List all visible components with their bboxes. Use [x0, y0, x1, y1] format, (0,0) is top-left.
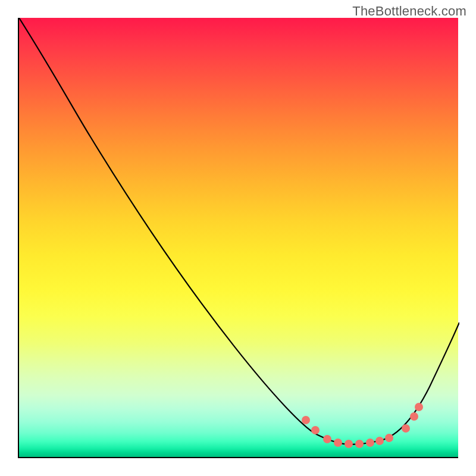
chart-svg	[19, 18, 459, 458]
dot	[345, 440, 353, 448]
curve-path	[19, 18, 459, 444]
dot	[375, 437, 384, 445]
watermark-text: TheBottleneck.com	[352, 4, 466, 19]
dot	[385, 434, 393, 442]
dot	[302, 416, 310, 424]
dot	[410, 412, 418, 421]
dot	[355, 440, 364, 448]
dot	[311, 426, 320, 434]
dot	[402, 424, 410, 433]
dot-group	[302, 403, 423, 448]
dot	[323, 435, 331, 443]
chart-container: TheBottleneck.com	[0, 0, 476, 476]
plot-area	[18, 18, 458, 458]
dot	[334, 439, 342, 447]
dot	[366, 439, 374, 447]
dot	[415, 403, 423, 411]
